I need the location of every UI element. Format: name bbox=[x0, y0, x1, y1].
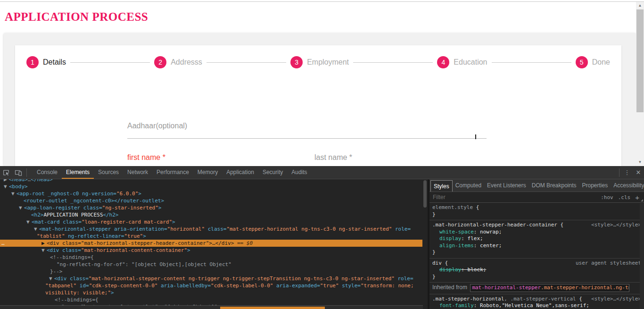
styles-tab-dom-breakpoints[interactable]: DOM Breakpoints bbox=[529, 179, 579, 192]
scrollbar-thumb[interactable] bbox=[636, 9, 644, 112]
breadcrumb-item[interactable]: app-root bbox=[29, 307, 52, 309]
dom-tree-node[interactable]: <!--bindings={ bbox=[0, 254, 422, 261]
step-label: Addresss bbox=[171, 58, 202, 67]
dom-tree-node[interactable]: ▼<div class="mat-horizontal-content-cont… bbox=[0, 247, 422, 254]
devtools-tab-application[interactable]: Application bbox=[222, 166, 258, 179]
code-token: <head> bbox=[9, 179, 28, 183]
stepper-step-employment[interactable]: 3Employment bbox=[290, 56, 349, 68]
code-token: "true" bbox=[124, 233, 143, 239]
selector-text: element.style bbox=[432, 204, 473, 210]
dom-tree-node[interactable]: ▼<div class="mat-horizontal-stepper-cont… bbox=[0, 275, 422, 282]
stepper-step-education[interactable]: 4Education bbox=[437, 56, 487, 68]
styles-tab-event-listeners[interactable]: Event Listeners bbox=[484, 179, 529, 192]
toggle-classes-button[interactable]: .cls bbox=[618, 194, 631, 200]
code-token: <div class="mat-horizontal-stepper-heade… bbox=[47, 240, 234, 246]
dom-tree-node[interactable]: visibility: visible;"> bbox=[0, 289, 422, 296]
close-devtools-icon[interactable]: ✕ bbox=[633, 169, 644, 176]
breadcrumb-item[interactable]: html bbox=[0, 307, 14, 309]
code-token: "tablist" bbox=[37, 233, 65, 239]
elements-scrollbar[interactable] bbox=[423, 179, 427, 305]
field-label: last name * bbox=[314, 153, 352, 162]
inherited-node-link[interactable]: mat-horizontal-stepper.mat-stepper-horiz… bbox=[470, 284, 629, 292]
dom-tree-node[interactable]: ▼<app-loan-register class="ng-star-inser… bbox=[0, 204, 422, 211]
devtools-tab-elements[interactable]: Elements bbox=[62, 166, 94, 179]
stepper-step-done[interactable]: 5Done bbox=[576, 56, 610, 68]
code-token: <div class= bbox=[47, 247, 81, 253]
page-scrollbar[interactable]: ▲ ▼ bbox=[636, 2, 644, 166]
devtools-tab-network[interactable]: Network bbox=[123, 166, 152, 179]
close-brace: } bbox=[432, 249, 642, 256]
dom-tree-node[interactable]: ▼<mat-card class="loan-register-card mat… bbox=[0, 218, 422, 225]
new-style-rule-button[interactable]: + bbox=[635, 193, 639, 201]
devtools-panel: ConsoleElementsSourcesNetworkPerformance… bbox=[0, 166, 644, 309]
devtools-tab-audits[interactable]: Audits bbox=[287, 166, 311, 179]
dom-tree-node[interactable]: "tabpanel" id="cdk-step-content-0-0" ari… bbox=[0, 282, 422, 289]
scroll-up-arrow-icon[interactable]: ▲ bbox=[636, 2, 644, 8]
inherited-from-row: Inherited from mat-horizontal-stepper.ma… bbox=[432, 284, 642, 292]
inspect-element-icon[interactable] bbox=[0, 167, 12, 179]
breadcrumb-item[interactable]: body bbox=[14, 307, 29, 309]
rule-selector-row[interactable]: <style>…</style>.mat-horizontal-stepper-… bbox=[432, 222, 642, 229]
style-rule-section: user agent stylesheetdiv {display: block… bbox=[429, 259, 644, 283]
code-token: <router-outlet _ngcontent-c0></router-ou… bbox=[24, 198, 164, 204]
code-token: <!--bindings={ bbox=[50, 254, 94, 260]
devtools-tab-memory[interactable]: Memory bbox=[193, 166, 222, 179]
breadcrumb-item[interactable]: div.mat-horizontal-stepper-header-contai… bbox=[220, 307, 324, 309]
dom-tree-node[interactable]: "ng-reflect-ng-for-of": "[object Object]… bbox=[0, 261, 422, 268]
css-property[interactable]: white-space: nowrap; bbox=[432, 229, 642, 236]
code-token: "6.0.0" bbox=[116, 191, 138, 197]
aadhaar-field[interactable]: Aadhaar(optional) bbox=[127, 119, 487, 139]
stepper-step-details[interactable]: 1Details bbox=[26, 56, 66, 68]
node-class-list: .mat-stepper-horizontal.ng-tn… bbox=[541, 284, 629, 291]
rule-selector-row[interactable]: element.style { bbox=[432, 204, 642, 211]
rule-selector-row[interactable]: user agent stylesheetdiv { bbox=[432, 260, 642, 267]
css-property[interactable]: font-family: Roboto,"Helvetica Neue",san… bbox=[432, 302, 642, 309]
dom-tree-node[interactable]: ▼<app-root _nghost-c0 ng-version="6.0.0"… bbox=[0, 190, 422, 197]
styles-tab-computed[interactable]: Computed bbox=[453, 179, 484, 192]
css-property[interactable]: display: flex; bbox=[432, 235, 642, 242]
devtools-tab-console[interactable]: Console bbox=[33, 166, 62, 179]
more-options-icon[interactable]: ⋮ bbox=[621, 169, 633, 176]
css-property[interactable]: align-items: center; bbox=[432, 242, 642, 250]
elements-scrollbar-thumb[interactable] bbox=[423, 180, 427, 208]
page-title: APPLICATION PROCESS bbox=[5, 10, 148, 24]
dom-tree-node[interactable]: <router-outlet _ngcontent-c0></router-ou… bbox=[0, 197, 422, 204]
stylesheet-source-link[interactable]: <style>…</style> bbox=[591, 296, 641, 303]
scroll-down-arrow-icon[interactable]: ▼ bbox=[636, 159, 644, 165]
styles-filter-input[interactable]: Filter bbox=[433, 194, 601, 200]
toggle-hover-state-button[interactable]: :hov bbox=[601, 194, 613, 200]
stylesheet-source-link[interactable]: <style>…</style> bbox=[591, 222, 641, 229]
dom-tree-node[interactable]: }--> bbox=[0, 268, 422, 275]
styles-pane: StylesComputedEvent ListenersDOM Breakpo… bbox=[429, 179, 644, 309]
css-property-value: : nowrap; bbox=[474, 229, 502, 235]
expand-arrow-icon: ▼ bbox=[4, 183, 9, 190]
devtools-tab-performance[interactable]: Performance bbox=[152, 166, 193, 179]
last-name-field[interactable]: last name * bbox=[314, 150, 487, 166]
dom-tree-node[interactable]: <h2>APPLICATION PROCESS</h2> bbox=[0, 211, 422, 218]
breadcrumb-item[interactable]: app-loan-register.ng-star-inserted bbox=[52, 307, 132, 309]
step-number-badge: 3 bbox=[290, 56, 303, 68]
devtools-tab-sources[interactable]: Sources bbox=[94, 166, 123, 179]
dom-tree-node[interactable]: ▼<mat-horizontal-stepper aria-orientatio… bbox=[0, 225, 422, 233]
stylesheet-source-link[interactable]: user agent stylesheet bbox=[576, 260, 641, 267]
devtools-tab-security[interactable]: Security bbox=[258, 166, 287, 179]
code-token: <!--bindings={ bbox=[55, 297, 99, 303]
stepper-step-addresss[interactable]: 2Addresss bbox=[154, 56, 202, 68]
dom-tree-node[interactable]: ▶<head>…</head> bbox=[0, 179, 422, 183]
styles-tab-styles[interactable]: Styles bbox=[430, 180, 453, 192]
dom-tree-node-selected[interactable]: …▶<div class="mat-horizontal-stepper-hea… bbox=[0, 240, 422, 247]
dom-tree-node[interactable]: ▼<body> bbox=[0, 183, 422, 190]
dom-tree-node[interactable]: <!--bindings={ bbox=[0, 296, 422, 303]
breadcrumb-item[interactable]: mat-card.loan-register-card.mat-card bbox=[132, 307, 220, 309]
device-toolbar-icon[interactable] bbox=[12, 167, 25, 179]
css-property-value: : center; bbox=[474, 242, 502, 249]
dom-tree-node[interactable]: "tablist" ng-reflect-linear="true"> bbox=[0, 233, 422, 240]
rule-selector-row[interactable]: <style>…</style>.mat-stepper-horizontal,… bbox=[432, 296, 642, 303]
styles-scrollbar[interactable] bbox=[640, 203, 644, 309]
close-brace: } bbox=[432, 274, 642, 281]
styles-tab-properties[interactable]: Properties bbox=[579, 179, 611, 192]
styles-tab-accessibility[interactable]: Accessibility bbox=[611, 179, 644, 192]
css-property[interactable]: display: block; bbox=[432, 267, 642, 274]
first-name-field[interactable]: first name * bbox=[127, 150, 299, 166]
selector-text: div bbox=[432, 260, 442, 266]
